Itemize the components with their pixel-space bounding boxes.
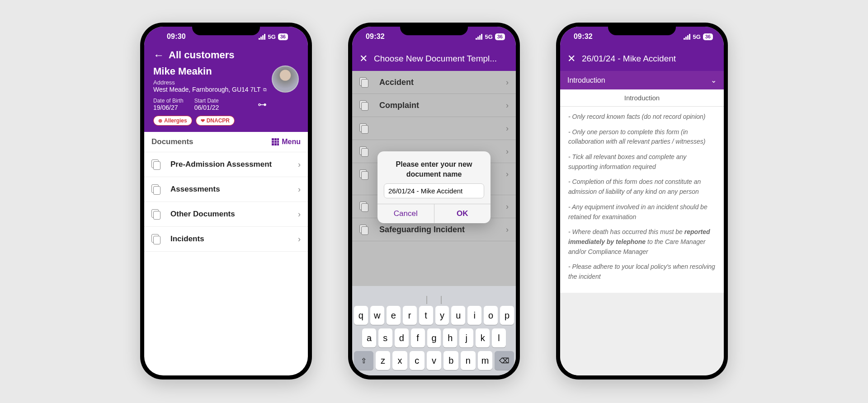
- section-title: Documents: [151, 137, 193, 146]
- status-bar: 09:32 5G 36: [560, 27, 724, 47]
- key-f[interactable]: f: [411, 328, 425, 347]
- key-b[interactable]: b: [443, 351, 458, 370]
- ok-button[interactable]: OK: [434, 204, 491, 223]
- key-z[interactable]: z: [376, 351, 391, 370]
- signal-icon: [476, 34, 482, 40]
- key-d[interactable]: d: [395, 328, 409, 347]
- kb-row-3: ⇧ z x c v b n m ⌫: [354, 351, 514, 370]
- documents-icon: [151, 209, 161, 219]
- key-v[interactable]: v: [427, 351, 442, 370]
- phone-document-intro: 09:32 5G 36 ✕ 26/01/24 - Mike Accident I…: [556, 23, 728, 380]
- key-r[interactable]: r: [403, 306, 417, 325]
- status-bar: 09:30 5G 36: [153, 27, 299, 47]
- key-shift[interactable]: ⇧: [354, 351, 373, 370]
- dob-value: 19/06/27: [153, 104, 184, 111]
- page-title: 26/01/24 - Mike Accident: [582, 54, 676, 64]
- page-title: Choose New Document Templ...: [374, 54, 497, 64]
- intro-text: - Only record known facts (do not record…: [560, 107, 724, 293]
- battery-badge: 36: [703, 33, 713, 40]
- key-a[interactable]: a: [362, 328, 376, 347]
- template-list: Accident› Complaint› › › Information Gov…: [352, 71, 516, 375]
- documents-icon: [151, 159, 161, 169]
- key-h[interactable]: h: [443, 328, 457, 347]
- status-bar: 09:32 5G 36: [352, 27, 516, 47]
- key-j[interactable]: j: [459, 328, 473, 347]
- menu-button[interactable]: Menu: [272, 138, 301, 146]
- network-label: 5G: [693, 33, 700, 40]
- startdate-label: Start Date: [194, 98, 219, 104]
- battery-badge: 36: [495, 33, 505, 40]
- dob-label: Date of Birth: [153, 98, 184, 104]
- startdate-value: 06/01/22: [194, 104, 219, 111]
- arrow-left-icon: ←: [153, 50, 164, 61]
- documents-icon: [151, 184, 161, 194]
- external-link-icon: ⧉: [263, 87, 267, 93]
- key-u[interactable]: u: [451, 306, 465, 325]
- doc-item-assessments[interactable]: Assessments›: [144, 177, 308, 202]
- rename-dialog: Please enter your new document name Canc…: [377, 151, 491, 223]
- key-g[interactable]: g: [427, 328, 441, 347]
- network-label: 5G: [268, 33, 275, 40]
- phone-customer-profile: 09:30 5G 36 ← All customers Mike Meakin …: [140, 23, 312, 380]
- key-x[interactable]: x: [392, 351, 407, 370]
- key-s[interactable]: s: [378, 328, 392, 347]
- grid-icon: [272, 138, 279, 145]
- signal-icon: [259, 34, 265, 40]
- warning-icon: ⊛: [158, 118, 162, 124]
- key-m[interactable]: m: [478, 351, 493, 370]
- kb-row-1: q w e r t y u i o p: [354, 306, 514, 325]
- customer-address[interactable]: West Meade, Farnborough, GU14 7LT ⧉: [153, 86, 267, 93]
- heart-icon: ❤: [201, 118, 205, 124]
- key-w[interactable]: w: [370, 306, 384, 325]
- battery-badge: 36: [278, 33, 288, 40]
- dialog-title: Please enter your new document name: [384, 159, 484, 179]
- chevron-right-icon: ›: [298, 185, 301, 194]
- key-c[interactable]: c: [410, 351, 425, 370]
- document-list: Pre-Admission Assessment› Assessments› O…: [144, 152, 308, 252]
- address-label: Address: [153, 79, 267, 86]
- key-k[interactable]: k: [476, 328, 490, 347]
- key-p[interactable]: p: [500, 306, 514, 325]
- phone-template-picker: 09:32 5G 36 ✕ Choose New Document Templ.…: [348, 23, 520, 380]
- doc-item-other[interactable]: Other Documents›: [144, 202, 308, 227]
- status-time: 09:30: [167, 33, 186, 41]
- network-label: 5G: [485, 33, 492, 40]
- signal-icon: [684, 34, 690, 40]
- kb-row-2: a s d f g h j k l: [354, 328, 514, 347]
- section-dropdown[interactable]: Introduction ⌄: [560, 71, 724, 89]
- dnacpr-tag[interactable]: ❤DNACPR: [196, 116, 235, 126]
- customer-name: Mike Meakin: [153, 66, 267, 77]
- doc-item-preadmission[interactable]: Pre-Admission Assessment›: [144, 152, 308, 177]
- avatar[interactable]: [272, 66, 299, 93]
- back-label: All customers: [169, 49, 235, 61]
- key-i[interactable]: i: [467, 306, 481, 325]
- key-t[interactable]: t: [419, 306, 433, 325]
- key-q[interactable]: q: [354, 306, 368, 325]
- chevron-right-icon: ›: [298, 234, 301, 244]
- key-icon[interactable]: ⊶: [258, 99, 267, 110]
- documents-icon: [151, 234, 161, 244]
- key-o[interactable]: o: [484, 306, 498, 325]
- doc-item-incidents[interactable]: Incidents›: [144, 227, 308, 252]
- key-y[interactable]: y: [435, 306, 449, 325]
- keyboard[interactable]: q w e r t y u i o p a s d f g h j k l: [352, 286, 516, 375]
- back-nav[interactable]: ← All customers: [153, 47, 299, 66]
- chevron-right-icon: ›: [298, 210, 301, 219]
- key-backspace[interactable]: ⌫: [495, 351, 514, 370]
- key-n[interactable]: n: [461, 351, 476, 370]
- document-name-input[interactable]: [384, 183, 484, 198]
- key-l[interactable]: l: [492, 328, 506, 347]
- chevron-down-icon: ⌄: [711, 76, 717, 84]
- chevron-right-icon: ›: [298, 160, 301, 169]
- status-time: 09:32: [366, 33, 385, 41]
- close-icon[interactable]: ✕: [359, 53, 368, 65]
- status-time: 09:32: [574, 33, 593, 41]
- cancel-button[interactable]: Cancel: [377, 204, 434, 223]
- dropdown-label: Introduction: [567, 76, 605, 84]
- section-heading: Introduction: [560, 89, 724, 107]
- key-e[interactable]: e: [387, 306, 401, 325]
- allergies-tag[interactable]: ⊛Allergies: [153, 116, 192, 126]
- close-icon[interactable]: ✕: [567, 53, 576, 65]
